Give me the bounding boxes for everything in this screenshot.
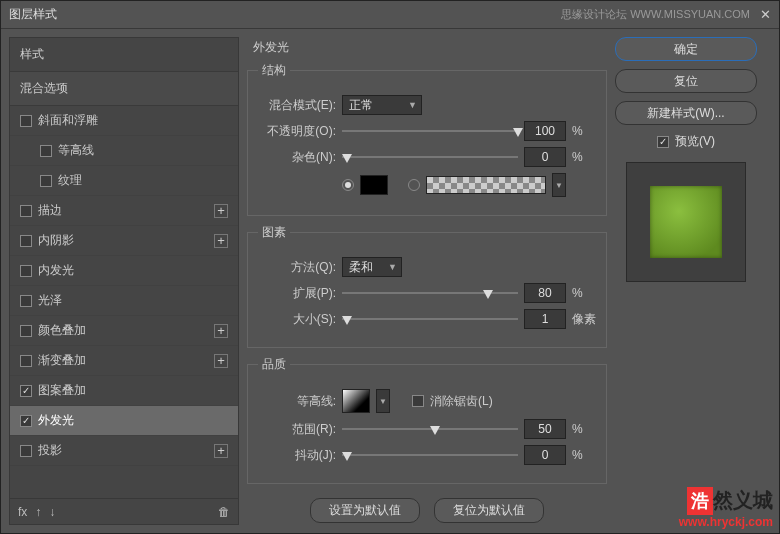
arrow-up-icon[interactable]: ↑ — [35, 505, 41, 519]
style-item[interactable]: 内发光 — [10, 256, 238, 286]
style-item[interactable]: 描边+ — [10, 196, 238, 226]
quality-group: 品质 等高线: ▼ 消除锯齿(L) 范围(R): % — [247, 356, 607, 484]
blend-mode-label: 混合模式(E): — [258, 97, 336, 114]
sidebar-footer: fx ↑ ↓ 🗑 — [10, 498, 238, 524]
size-label: 大小(S): — [258, 311, 336, 328]
preview-label: 预览(V) — [675, 133, 715, 150]
style-checkbox[interactable] — [20, 445, 32, 457]
add-icon[interactable]: + — [214, 234, 228, 248]
spread-slider[interactable] — [342, 286, 518, 300]
preview-checkbox[interactable] — [657, 136, 669, 148]
spread-input[interactable] — [524, 283, 566, 303]
opacity-label: 不透明度(O): — [258, 123, 336, 140]
style-checkbox[interactable] — [20, 205, 32, 217]
contour-swatch[interactable] — [342, 389, 370, 413]
layer-style-dialog: 图层样式 思缘设计论坛 WWW.MISSYUAN.COM ✕ 样式 混合选项 斜… — [0, 0, 780, 534]
noise-slider[interactable] — [342, 150, 518, 164]
panel-title: 外发光 — [247, 37, 607, 62]
range-slider[interactable] — [342, 422, 518, 436]
color-swatch[interactable] — [360, 175, 388, 195]
add-icon[interactable]: + — [214, 444, 228, 458]
trash-icon[interactable]: 🗑 — [218, 505, 230, 519]
style-item-label: 等高线 — [58, 142, 94, 159]
chevron-down-icon: ▼ — [388, 262, 397, 272]
jitter-input[interactable] — [524, 445, 566, 465]
jitter-slider[interactable] — [342, 448, 518, 462]
style-item[interactable]: 外发光 — [10, 406, 238, 436]
dialog-title: 图层样式 — [9, 6, 57, 23]
reset-default-button[interactable]: 复位为默认值 — [434, 498, 544, 523]
add-icon[interactable]: + — [214, 204, 228, 218]
style-checkbox[interactable] — [20, 385, 32, 397]
color-radio[interactable] — [342, 179, 354, 191]
settings-panel: 外发光 结构 混合模式(E): 正常▼ 不透明度(O): % 杂色(N): — [247, 37, 607, 525]
style-item-label: 外发光 — [38, 412, 74, 429]
header-right: 思缘设计论坛 WWW.MISSYUAN.COM ✕ — [561, 7, 771, 22]
new-style-button[interactable]: 新建样式(W)... — [615, 101, 757, 125]
chevron-down-icon: ▼ — [408, 100, 417, 110]
style-checkbox[interactable] — [20, 415, 32, 427]
style-checkbox[interactable] — [20, 235, 32, 247]
style-item-label: 纹理 — [58, 172, 82, 189]
style-checkbox[interactable] — [20, 355, 32, 367]
style-item[interactable]: 内阴影+ — [10, 226, 238, 256]
style-item[interactable]: 斜面和浮雕 — [10, 106, 238, 136]
style-checkbox[interactable] — [20, 325, 32, 337]
close-icon[interactable]: ✕ — [760, 7, 771, 22]
style-item-label: 渐变叠加 — [38, 352, 86, 369]
reset-button[interactable]: 复位 — [615, 69, 757, 93]
style-item[interactable]: 图案叠加 — [10, 376, 238, 406]
gradient-dropdown[interactable]: ▼ — [552, 173, 566, 197]
ok-button[interactable]: 确定 — [615, 37, 757, 61]
watermark: 浩然义城 www.hryckj.com — [679, 487, 773, 529]
style-checkbox[interactable] — [20, 295, 32, 307]
contour-dropdown[interactable]: ▼ — [376, 389, 390, 413]
structure-group: 结构 混合模式(E): 正常▼ 不透明度(O): % 杂色(N): — [247, 62, 607, 216]
preview-box — [626, 162, 746, 282]
style-sidebar: 样式 混合选项 斜面和浮雕等高线纹理描边+内阴影+内发光光泽颜色叠加+渐变叠加+… — [9, 37, 239, 525]
size-slider[interactable] — [342, 312, 518, 326]
style-item-label: 光泽 — [38, 292, 62, 309]
style-checkbox[interactable] — [20, 265, 32, 277]
style-list: 斜面和浮雕等高线纹理描边+内阴影+内发光光泽颜色叠加+渐变叠加+图案叠加外发光投… — [10, 106, 238, 498]
style-item[interactable]: 投影+ — [10, 436, 238, 466]
style-item[interactable]: 颜色叠加+ — [10, 316, 238, 346]
style-checkbox[interactable] — [40, 145, 52, 157]
set-default-button[interactable]: 设置为默认值 — [310, 498, 420, 523]
arrow-down-icon[interactable]: ↓ — [49, 505, 55, 519]
range-input[interactable] — [524, 419, 566, 439]
antialias-checkbox[interactable] — [412, 395, 424, 407]
gradient-radio[interactable] — [408, 179, 420, 191]
style-item-label: 内发光 — [38, 262, 74, 279]
style-item[interactable]: 光泽 — [10, 286, 238, 316]
style-item-label: 投影 — [38, 442, 62, 459]
blending-options[interactable]: 混合选项 — [10, 72, 238, 106]
opacity-slider[interactable] — [342, 124, 518, 138]
style-item-label: 图案叠加 — [38, 382, 86, 399]
style-item-label: 描边 — [38, 202, 62, 219]
noise-input[interactable] — [524, 147, 566, 167]
add-icon[interactable]: + — [214, 354, 228, 368]
blend-mode-select[interactable]: 正常▼ — [342, 95, 422, 115]
style-item[interactable]: 等高线 — [10, 136, 238, 166]
gradient-swatch[interactable] — [426, 176, 546, 194]
noise-label: 杂色(N): — [258, 149, 336, 166]
style-item-label: 内阴影 — [38, 232, 74, 249]
sidebar-header: 样式 — [10, 38, 238, 72]
contour-label: 等高线: — [258, 393, 336, 410]
style-checkbox[interactable] — [40, 175, 52, 187]
range-label: 范围(R): — [258, 421, 336, 438]
size-input[interactable] — [524, 309, 566, 329]
spread-label: 扩展(P): — [258, 285, 336, 302]
method-select[interactable]: 柔和▼ — [342, 257, 402, 277]
style-checkbox[interactable] — [20, 115, 32, 127]
titlebar: 图层样式 思缘设计论坛 WWW.MISSYUAN.COM ✕ — [1, 1, 779, 29]
preview-thumbnail — [650, 186, 722, 258]
fx-label[interactable]: fx — [18, 505, 27, 519]
antialias-label: 消除锯齿(L) — [430, 393, 493, 410]
opacity-input[interactable] — [524, 121, 566, 141]
style-item[interactable]: 纹理 — [10, 166, 238, 196]
style-item-label: 颜色叠加 — [38, 322, 86, 339]
style-item[interactable]: 渐变叠加+ — [10, 346, 238, 376]
add-icon[interactable]: + — [214, 324, 228, 338]
